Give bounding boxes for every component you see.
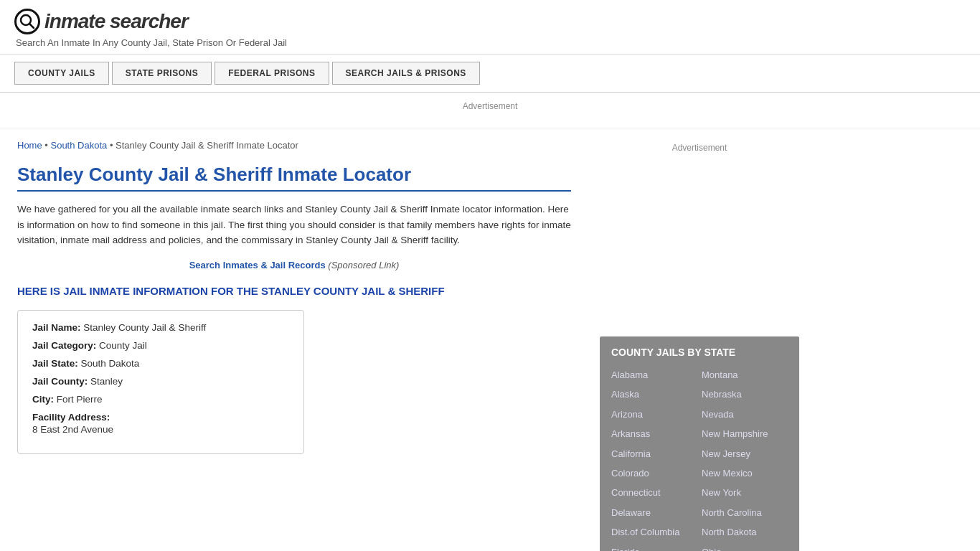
jail-name-value: Stanley County Jail & Sheriff: [83, 322, 206, 333]
state-link[interactable]: New Jersey: [702, 446, 788, 462]
county-jails-nav-button[interactable]: COUNTY JAILS: [14, 62, 109, 85]
search-logo-svg: [19, 14, 35, 29]
county-jails-sidebar-box: COUNTY JAILS BY STATE AlabamaMontanaAlas…: [600, 336, 799, 551]
address-label: Facility Address:: [32, 412, 110, 423]
info-box: Jail Name: Stanley County Jail & Sheriff…: [17, 310, 304, 454]
tagline: Search An Inmate In Any County Jail, Sta…: [16, 37, 966, 48]
city-row: City: Fort Pierre: [32, 394, 289, 405]
logo-text: inmate searcher: [44, 10, 188, 33]
state-link[interactable]: Arkansas: [611, 425, 697, 442]
jail-state-label: Jail State:: [32, 358, 78, 369]
state-prisons-nav-button[interactable]: STATE PRISONS: [112, 62, 212, 85]
state-link[interactable]: Connecticut: [611, 484, 697, 501]
state-link[interactable]: Nevada: [702, 406, 788, 423]
sidebar-ad: Advertisement: [600, 136, 799, 336]
jail-county-label: Jail County:: [32, 376, 88, 387]
state-link[interactable]: New Mexico: [702, 465, 788, 481]
city-value: Fort Pierre: [57, 394, 103, 405]
state-link[interactable]: Florida: [611, 544, 697, 551]
breadcrumb-current: Stanley County Jail & Sheriff Inmate Loc…: [116, 140, 298, 151]
state-link[interactable]: North Dakota: [702, 524, 788, 540]
sidebar: Advertisement COUNTY JAILS BY STATE Alab…: [588, 128, 811, 551]
breadcrumb: Home • South Dakota • Stanley County Jai…: [17, 140, 571, 151]
logo-icon: [14, 9, 40, 34]
jail-county-value: Stanley: [90, 376, 123, 387]
nav-bar: COUNTY JAILS STATE PRISONS FEDERAL PRISO…: [0, 55, 980, 93]
city-label: City:: [32, 394, 54, 405]
header: inmate searcher Search An Inmate In Any …: [0, 0, 980, 55]
ad-label-sidebar: Advertisement: [672, 143, 727, 153]
state-link[interactable]: Ohio: [702, 544, 788, 551]
logo-brand: inmate searcher: [44, 10, 188, 32]
state-link[interactable]: Delaware: [611, 504, 697, 521]
state-link[interactable]: Arizona: [611, 406, 697, 423]
ad-label-top: Advertisement: [463, 101, 518, 111]
states-grid: AlabamaMontanaAlaskaNebraskaArizonaNevad…: [611, 367, 788, 551]
state-link[interactable]: North Carolina: [702, 504, 788, 521]
state-link[interactable]: Colorado: [611, 465, 697, 481]
state-link[interactable]: Alaska: [611, 386, 697, 402]
state-link[interactable]: California: [611, 446, 697, 462]
state-link[interactable]: New York: [702, 484, 788, 501]
sponsored-link-area: Search Inmates & Jail Records (Sponsored…: [17, 260, 571, 270]
state-link[interactable]: Nebraska: [702, 386, 788, 402]
federal-prisons-nav-button[interactable]: FEDERAL PRISONS: [215, 62, 329, 85]
page-title: Stanley County Jail & Sheriff Inmate Loc…: [17, 164, 571, 192]
jail-category-value: County Jail: [99, 340, 147, 351]
state-link[interactable]: Dist.of Columbia: [611, 524, 697, 540]
jail-name-label: Jail Name:: [32, 322, 81, 333]
breadcrumb-sep2: •: [110, 140, 116, 151]
address-row: Facility Address: 8 East 2nd Avenue: [32, 412, 289, 435]
section-heading: HERE IS JAIL INMATE INFORMATION FOR THE …: [17, 285, 571, 297]
ad-banner-top: Advertisement: [0, 93, 980, 128]
state-link[interactable]: Montana: [702, 367, 788, 383]
jail-category-label: Jail Category:: [32, 340, 96, 351]
state-link[interactable]: Alabama: [611, 367, 697, 383]
search-jails-nav-button[interactable]: SEARCH JAILS & PRISONS: [332, 62, 480, 85]
breadcrumb-state-link[interactable]: South Dakota: [50, 140, 107, 151]
address-value: 8 East 2nd Avenue: [32, 424, 289, 435]
sponsored-suffix: (Sponsored Link): [328, 260, 399, 270]
breadcrumb-home-link[interactable]: Home: [17, 140, 42, 151]
state-link[interactable]: New Hampshire: [702, 425, 788, 442]
logo-area: inmate searcher: [14, 9, 966, 34]
jail-state-row: Jail State: South Dakota: [32, 358, 289, 369]
jail-county-row: Jail County: Stanley: [32, 376, 289, 387]
jail-state-value: South Dakota: [81, 358, 140, 369]
main-content: Home • South Dakota • Stanley County Jai…: [0, 128, 588, 551]
jail-name-row: Jail Name: Stanley County Jail & Sheriff: [32, 322, 289, 333]
main-layout: Home • South Dakota • Stanley County Jai…: [0, 128, 980, 551]
sponsored-link[interactable]: Search Inmates & Jail Records: [189, 260, 326, 270]
county-jails-sidebar-title: COUNTY JAILS BY STATE: [611, 347, 788, 358]
svg-line-1: [30, 24, 34, 29]
jail-category-row: Jail Category: County Jail: [32, 340, 289, 351]
page-description: We have gathered for you all the availab…: [17, 202, 571, 248]
